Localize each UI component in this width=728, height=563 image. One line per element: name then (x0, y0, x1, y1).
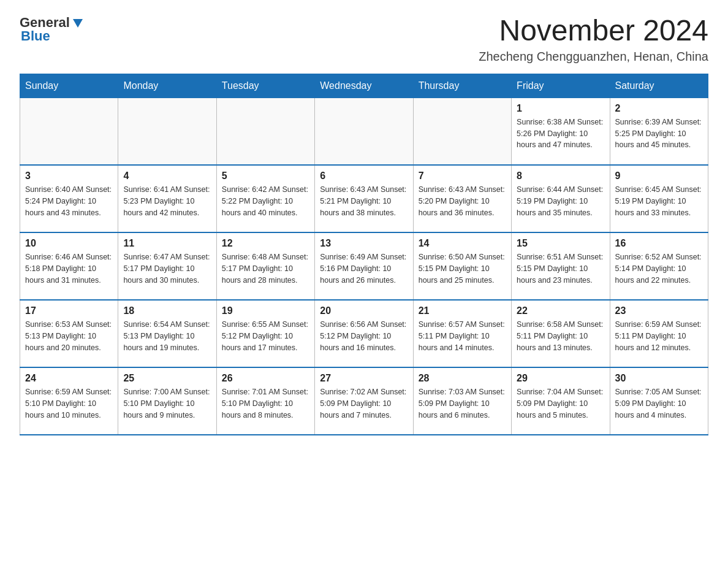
day-info: Sunrise: 6:41 AM Sunset: 5:23 PM Dayligh… (123, 184, 211, 218)
calendar-cell: 24Sunrise: 6:59 AM Sunset: 5:10 PM Dayli… (20, 367, 118, 435)
day-info: Sunrise: 6:49 AM Sunset: 5:16 PM Dayligh… (320, 251, 408, 286)
page-title: November 2024 (479, 15, 708, 47)
day-number: 15 (517, 238, 604, 249)
day-number: 25 (123, 373, 211, 384)
day-info: Sunrise: 7:00 AM Sunset: 5:10 PM Dayligh… (123, 386, 211, 421)
calendar-cell: 19Sunrise: 6:55 AM Sunset: 5:12 PM Dayli… (216, 300, 314, 367)
page-header: General Blue November 2024 Zhecheng Chen… (20, 15, 708, 64)
calendar-cell: 4Sunrise: 6:41 AM Sunset: 5:23 PM Daylig… (118, 165, 216, 232)
calendar-cell: 25Sunrise: 7:00 AM Sunset: 5:10 PM Dayli… (118, 367, 216, 435)
calendar-table: SundayMondayTuesdayWednesdayThursdayFrid… (20, 74, 708, 436)
day-number: 22 (517, 305, 604, 316)
day-number: 21 (419, 305, 506, 316)
day-number: 20 (320, 305, 408, 316)
calendar-cell: 27Sunrise: 7:02 AM Sunset: 5:09 PM Dayli… (315, 367, 413, 435)
calendar-cell (315, 98, 413, 165)
day-number: 14 (419, 238, 506, 249)
calendar-week-row: 3Sunrise: 6:40 AM Sunset: 5:24 PM Daylig… (20, 165, 708, 232)
calendar-cell: 29Sunrise: 7:04 AM Sunset: 5:09 PM Dayli… (512, 367, 610, 435)
calendar-week-row: 10Sunrise: 6:46 AM Sunset: 5:18 PM Dayli… (20, 232, 708, 300)
day-of-week-header: Saturday (610, 74, 708, 98)
calendar-cell (216, 98, 314, 165)
day-number: 26 (222, 373, 309, 384)
day-info: Sunrise: 6:59 AM Sunset: 5:10 PM Dayligh… (25, 386, 113, 421)
calendar-cell: 23Sunrise: 6:59 AM Sunset: 5:11 PM Dayli… (610, 300, 708, 367)
day-info: Sunrise: 6:47 AM Sunset: 5:17 PM Dayligh… (123, 251, 211, 286)
day-number: 13 (320, 238, 408, 249)
calendar-cell: 8Sunrise: 6:44 AM Sunset: 5:19 PM Daylig… (512, 165, 610, 232)
calendar-cell: 15Sunrise: 6:51 AM Sunset: 5:15 PM Dayli… (512, 232, 610, 300)
day-number: 12 (222, 238, 309, 249)
calendar-cell: 17Sunrise: 6:53 AM Sunset: 5:13 PM Dayli… (20, 300, 118, 367)
days-of-week-row: SundayMondayTuesdayWednesdayThursdayFrid… (20, 74, 708, 98)
day-info: Sunrise: 6:42 AM Sunset: 5:22 PM Dayligh… (222, 184, 309, 218)
calendar-cell: 11Sunrise: 6:47 AM Sunset: 5:17 PM Dayli… (118, 232, 216, 300)
day-number: 3 (25, 170, 113, 182)
calendar-header: SundayMondayTuesdayWednesdayThursdayFrid… (20, 74, 708, 98)
logo-blue-text: Blue (20, 28, 85, 44)
day-number: 24 (25, 373, 113, 384)
day-of-week-header: Tuesday (216, 74, 314, 98)
calendar-cell: 28Sunrise: 7:03 AM Sunset: 5:09 PM Dayli… (413, 367, 511, 435)
day-info: Sunrise: 6:40 AM Sunset: 5:24 PM Dayligh… (25, 184, 113, 218)
day-info: Sunrise: 6:51 AM Sunset: 5:15 PM Dayligh… (517, 251, 604, 286)
day-info: Sunrise: 6:57 AM Sunset: 5:11 PM Dayligh… (419, 319, 506, 353)
day-of-week-header: Friday (512, 74, 610, 98)
calendar-cell: 26Sunrise: 7:01 AM Sunset: 5:10 PM Dayli… (216, 367, 314, 435)
day-info: Sunrise: 6:58 AM Sunset: 5:11 PM Dayligh… (517, 319, 604, 353)
day-number: 16 (615, 238, 703, 249)
day-info: Sunrise: 7:04 AM Sunset: 5:09 PM Dayligh… (517, 386, 604, 421)
calendar-cell: 10Sunrise: 6:46 AM Sunset: 5:18 PM Dayli… (20, 232, 118, 300)
day-info: Sunrise: 6:45 AM Sunset: 5:19 PM Dayligh… (615, 184, 703, 218)
day-info: Sunrise: 6:54 AM Sunset: 5:13 PM Dayligh… (123, 319, 211, 353)
calendar-week-row: 1Sunrise: 6:38 AM Sunset: 5:26 PM Daylig… (20, 98, 708, 165)
day-number: 5 (222, 170, 309, 182)
day-number: 28 (419, 373, 506, 384)
day-number: 6 (320, 170, 408, 182)
day-number: 8 (517, 170, 604, 182)
calendar-cell: 9Sunrise: 6:45 AM Sunset: 5:19 PM Daylig… (610, 165, 708, 232)
day-info: Sunrise: 6:59 AM Sunset: 5:11 PM Dayligh… (615, 319, 703, 353)
day-info: Sunrise: 7:05 AM Sunset: 5:09 PM Dayligh… (615, 386, 703, 421)
day-number: 1 (517, 103, 604, 114)
calendar-week-row: 17Sunrise: 6:53 AM Sunset: 5:13 PM Dayli… (20, 300, 708, 367)
day-number: 9 (615, 170, 703, 182)
calendar-body: 1Sunrise: 6:38 AM Sunset: 5:26 PM Daylig… (20, 98, 708, 435)
calendar-cell: 14Sunrise: 6:50 AM Sunset: 5:15 PM Dayli… (413, 232, 511, 300)
day-number: 2 (615, 103, 703, 114)
calendar-cell: 20Sunrise: 6:56 AM Sunset: 5:12 PM Dayli… (315, 300, 413, 367)
day-number: 17 (25, 305, 113, 316)
day-info: Sunrise: 6:53 AM Sunset: 5:13 PM Dayligh… (25, 319, 113, 353)
day-number: 18 (123, 305, 211, 316)
calendar-cell: 21Sunrise: 6:57 AM Sunset: 5:11 PM Dayli… (413, 300, 511, 367)
day-info: Sunrise: 6:43 AM Sunset: 5:21 PM Dayligh… (320, 184, 408, 218)
calendar-cell: 5Sunrise: 6:42 AM Sunset: 5:22 PM Daylig… (216, 165, 314, 232)
day-info: Sunrise: 6:46 AM Sunset: 5:18 PM Dayligh… (25, 251, 113, 286)
calendar-cell: 3Sunrise: 6:40 AM Sunset: 5:24 PM Daylig… (20, 165, 118, 232)
day-number: 11 (123, 238, 211, 249)
day-info: Sunrise: 6:38 AM Sunset: 5:26 PM Dayligh… (517, 117, 604, 151)
day-number: 30 (615, 373, 703, 384)
day-of-week-header: Sunday (20, 74, 118, 98)
calendar-cell (118, 98, 216, 165)
calendar-cell (20, 98, 118, 165)
calendar-cell: 7Sunrise: 6:43 AM Sunset: 5:20 PM Daylig… (413, 165, 511, 232)
day-number: 27 (320, 373, 408, 384)
day-info: Sunrise: 6:56 AM Sunset: 5:12 PM Dayligh… (320, 319, 408, 353)
calendar-cell: 1Sunrise: 6:38 AM Sunset: 5:26 PM Daylig… (512, 98, 610, 165)
title-block: November 2024 Zhecheng Chengguanzhen, He… (479, 15, 708, 64)
day-info: Sunrise: 7:03 AM Sunset: 5:09 PM Dayligh… (419, 386, 506, 421)
calendar-cell: 16Sunrise: 6:52 AM Sunset: 5:14 PM Dayli… (610, 232, 708, 300)
day-info: Sunrise: 6:55 AM Sunset: 5:12 PM Dayligh… (222, 319, 309, 353)
day-of-week-header: Thursday (413, 74, 511, 98)
calendar-cell (413, 98, 511, 165)
day-number: 19 (222, 305, 309, 316)
day-number: 7 (419, 170, 506, 182)
day-number: 4 (123, 170, 211, 182)
day-info: Sunrise: 6:52 AM Sunset: 5:14 PM Dayligh… (615, 251, 703, 286)
day-info: Sunrise: 7:01 AM Sunset: 5:10 PM Dayligh… (222, 386, 309, 421)
calendar-cell: 2Sunrise: 6:39 AM Sunset: 5:25 PM Daylig… (610, 98, 708, 165)
day-info: Sunrise: 6:44 AM Sunset: 5:19 PM Dayligh… (517, 184, 604, 218)
day-of-week-header: Wednesday (315, 74, 413, 98)
calendar-cell: 6Sunrise: 6:43 AM Sunset: 5:21 PM Daylig… (315, 165, 413, 232)
